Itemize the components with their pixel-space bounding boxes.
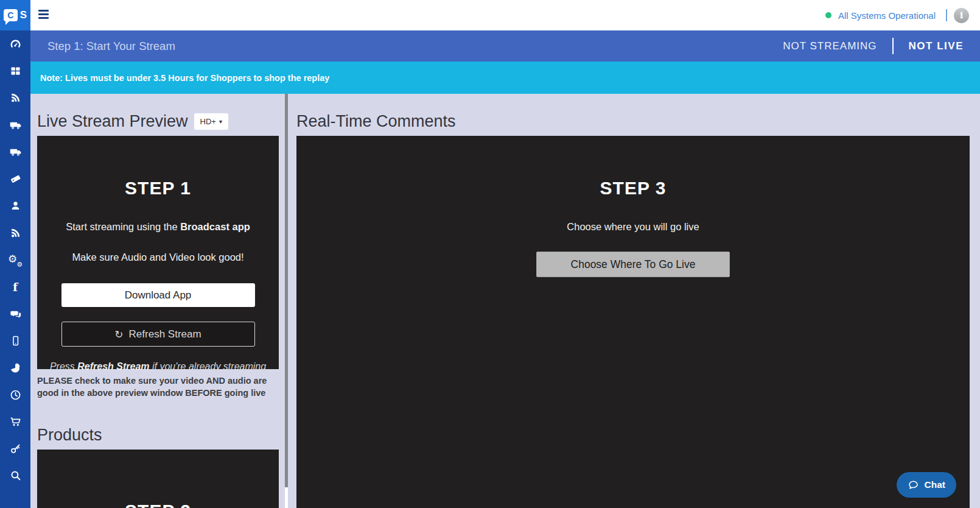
sidebar-item-apps[interactable] [0,57,30,84]
chat-widget-button[interactable]: Chat [897,472,956,498]
logo-letter-c: C [7,10,13,20]
chat-label: Chat [925,479,945,490]
sidebar-item-customers[interactable] [0,192,30,219]
reports-pie-icon [9,361,22,374]
top-bar: All Systems Operational i [30,0,980,30]
stream-header-title: Step 1: Start Your Stream [47,40,175,53]
step3-subtitle: Choose where you will go live [296,221,970,233]
sidebar-item-live-feed[interactable] [0,85,30,111]
comments-window: STEP 3 Choose where you will go live Cho… [296,136,970,508]
sidebar-item-api-keys[interactable] [0,435,30,462]
refresh-icon: ↻ [114,328,123,340]
sidebar-item-search[interactable] [0,462,30,489]
settings-gears-icon: ⚙⚙ [8,253,23,267]
customer-user-icon [9,199,22,212]
info-icon[interactable]: i [954,8,969,23]
sidebar-nav: ⚙⚙ f [0,30,30,489]
chat-bubble-icon [908,479,919,491]
sidebar-item-reports[interactable] [0,355,30,381]
step3-heading: STEP 3 [296,136,970,199]
panel-scrollbar[interactable] [285,94,288,508]
sidebar-item-delivery[interactable] [0,138,30,165]
dashboard-gauge-icon [9,38,22,51]
scrollbar-thumb[interactable] [285,94,288,487]
sidebar-item-cart[interactable] [0,408,30,435]
refresh-stream-button[interactable]: ↻ Refresh Stream [61,322,255,347]
sidebar: C S [0,0,30,508]
status-area: All Systems Operational i [825,0,969,30]
logo-chat-bubble: C [4,9,18,21]
choose-where-to-go-live-button[interactable]: Choose Where To Go Live [536,252,730,277]
stream-preview-window: STEP 1 Start streaming using the Broadca… [37,136,279,369]
step1-heading: STEP 1 [37,136,279,199]
app-logo[interactable]: C S [0,0,30,30]
logo-letter-s: S [20,9,27,21]
apps-grid-icon [9,65,22,77]
truck-icon [9,119,22,132]
status-divider [946,9,947,21]
step2-heading: STEP 2 [37,450,279,508]
audio-video-warning: PLEASE check to make sure your video AND… [37,375,277,400]
stream-quality-dropdown[interactable]: HD+ ▾ [194,113,228,130]
sidebar-item-shipping[interactable] [0,111,30,138]
step1-line1: Start streaming using the Broadcast app [37,221,279,233]
truck-delivery-icon [9,146,22,158]
live-status-badge: NOT LIVE [909,40,964,52]
webhooks-feed-icon [9,227,22,239]
sidebar-item-webhooks[interactable] [0,219,30,246]
tag-icon [9,172,22,185]
sidebar-item-tags[interactable] [0,165,30,192]
comments-title: Real-Time Comments [296,113,456,130]
search-icon [9,469,22,482]
notice-text: Note: Lives must be under 3.5 Hours for … [40,73,329,83]
facebook-icon: f [13,280,18,294]
status-dot-icon [825,12,831,18]
mobile-app-icon [9,334,22,347]
live-preview-panel: Live Stream Preview HD+ ▾ STEP 1 Start s… [37,113,279,508]
comments-panel: Real-Time Comments STEP 3 Choose where y… [296,113,970,508]
products-title: Products [37,426,102,444]
main-content: Live Stream Preview HD+ ▾ STEP 1 Start s… [30,94,980,508]
messages-icon [9,308,22,320]
streaming-status-badge: NOT STREAMING [783,40,877,52]
sidebar-item-messages[interactable] [0,300,30,327]
sidebar-item-mobile-app[interactable] [0,327,30,354]
stream-status-group: NOT STREAMING NOT LIVE [783,38,964,54]
sidebar-item-dashboard[interactable] [0,30,30,57]
download-app-button[interactable]: Download App [61,283,255,307]
sidebar-item-history[interactable] [0,381,30,408]
refresh-hint: Press Refresh Stream if you're already s… [37,361,279,372]
api-key-icon [9,442,22,455]
hamburger-menu-icon[interactable] [38,10,49,20]
cart-icon [9,415,22,428]
notice-bar: Note: Lives must be under 3.5 Hours for … [30,62,980,94]
stream-header: Step 1: Start Your Stream NOT STREAMING … [30,30,980,62]
chevron-down-icon: ▾ [219,118,222,125]
badge-divider [892,38,894,54]
live-feed-icon [9,91,22,104]
live-preview-title: Live Stream Preview [37,113,188,130]
quality-label: HD+ [200,117,216,126]
sidebar-item-settings[interactable]: ⚙⚙ [0,246,30,273]
sidebar-item-facebook[interactable]: f [0,273,30,300]
products-window: STEP 2 [37,450,279,508]
history-clock-icon [9,389,22,401]
system-status-link[interactable]: All Systems Operational [838,10,936,21]
step1-line2: Make sure Audio and Video look good! [37,252,279,263]
